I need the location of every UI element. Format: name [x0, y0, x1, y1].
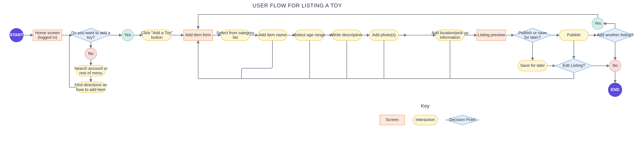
- svg-text:for later?: for later?: [524, 35, 541, 40]
- svg-text:Add item form: Add item form: [185, 33, 211, 37]
- svg-text:Add item name: Add item name: [259, 33, 286, 37]
- svg-text:END: END: [611, 87, 620, 92]
- bus-line: [231, 73, 574, 79]
- click-add-toy-node: Click "Add a Toy" button: [141, 30, 172, 41]
- svg-text:Click "Add a Toy": Click "Add a Toy": [141, 30, 172, 35]
- drop-name: [242, 41, 272, 79]
- svg-text:Home screen: Home screen: [35, 30, 60, 35]
- arrow-loop-finddir: [69, 35, 76, 87]
- svg-text:Yes: Yes: [124, 33, 131, 37]
- svg-text:rest of menu: rest of menu: [79, 71, 102, 75]
- no2-node: No: [609, 60, 621, 72]
- svg-text:No: No: [88, 51, 94, 56]
- svg-text:(logged in): (logged in): [38, 35, 57, 40]
- arrow-yes-loop: [198, 15, 598, 29]
- svg-text:information: information: [440, 35, 460, 40]
- svg-text:Edit Listing?: Edit Listing?: [563, 63, 585, 68]
- svg-text:Screen: Screen: [386, 117, 399, 122]
- svg-text:Add photo(s): Add photo(s): [372, 33, 396, 37]
- svg-text:Listing preview: Listing preview: [478, 33, 505, 37]
- publish-node: Publish: [559, 30, 588, 41]
- diagram-title: USER FLOW FOR LISTING A TOY: [252, 3, 342, 9]
- yes2-node: Yes: [592, 18, 604, 29]
- end-node: END: [608, 83, 622, 97]
- decision-publish-save: Publish or save for later?: [514, 28, 551, 42]
- svg-text:Publish: Publish: [567, 33, 581, 37]
- svg-text:toy?: toy?: [87, 35, 95, 40]
- flow-diagram: USER FLOW FOR LISTING A TOY START Home s…: [0, 0, 644, 143]
- svg-text:Find directions on: Find directions on: [74, 82, 107, 87]
- svg-text:button: button: [151, 35, 162, 40]
- listing-preview-node: Listing preview: [477, 30, 506, 41]
- key-title: Key: [421, 103, 430, 109]
- add-photos-node: Add photo(s): [370, 30, 398, 41]
- select-category-node: Select from category list: [216, 30, 254, 41]
- svg-text:Yes: Yes: [594, 21, 601, 26]
- search-node: Search account or rest of menu: [74, 65, 108, 76]
- start-node: START: [10, 28, 24, 42]
- home-screen-node: Home screen (logged in): [33, 30, 62, 41]
- bus-to-form: [198, 41, 231, 79]
- add-item-form-node: Add item form: [184, 30, 213, 41]
- svg-text:Search account or: Search account or: [74, 66, 108, 71]
- svg-text:Select from category: Select from category: [216, 30, 254, 35]
- svg-text:START: START: [10, 33, 23, 37]
- svg-text:No: No: [612, 63, 618, 68]
- save-later-node: Save for later: [518, 60, 547, 71]
- add-location-node: Add location/pick up information: [432, 30, 468, 41]
- svg-text:how to add item: how to add item: [76, 87, 105, 92]
- decision-edit-listing: Edit Listing?: [555, 59, 592, 73]
- decision-add-another: Add another listing?: [596, 28, 634, 42]
- svg-text:Select age range: Select age range: [294, 33, 325, 37]
- svg-text:Publish or save: Publish or save: [518, 30, 546, 35]
- select-age-range-node: Select age range: [294, 30, 325, 41]
- svg-text:Interaction: Interaction: [416, 117, 435, 122]
- svg-text:Save for later: Save for later: [520, 63, 545, 68]
- key-screen: Screen: [380, 115, 404, 125]
- find-directions-node: Find directions on how to add item: [74, 82, 107, 93]
- svg-text:list: list: [233, 35, 238, 40]
- key-decision: Decision Point: [446, 115, 479, 125]
- svg-text:Add location/pick up: Add location/pick up: [432, 30, 468, 35]
- no-node: No: [85, 48, 97, 60]
- yes-node: Yes: [122, 29, 133, 41]
- write-description-node: Write description: [332, 30, 362, 41]
- add-item-name-node: Add item name: [258, 30, 287, 41]
- svg-text:Add another listing?: Add another listing?: [597, 33, 633, 37]
- svg-text:Decision Point: Decision Point: [449, 117, 476, 122]
- svg-text:Do you want to add a: Do you want to add a: [71, 30, 110, 35]
- key-interaction: Interaction: [413, 115, 438, 125]
- svg-text:Write description: Write description: [332, 33, 362, 37]
- decision-want-add: Do you want to add a toy?: [71, 28, 110, 42]
